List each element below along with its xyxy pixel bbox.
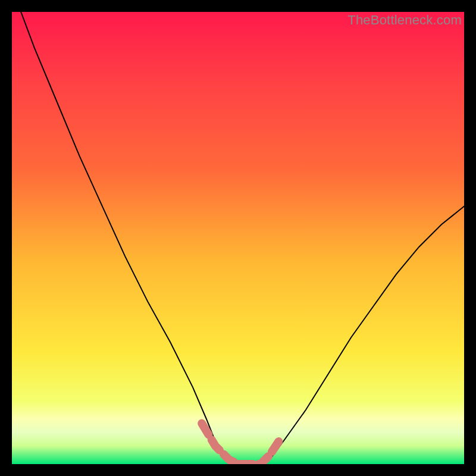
gradient-background [12, 12, 464, 464]
watermark-text: TheBottleneck.com [347, 12, 462, 28]
chart-frame: TheBottleneck.com [12, 12, 464, 464]
bottleneck-chart [12, 12, 464, 464]
